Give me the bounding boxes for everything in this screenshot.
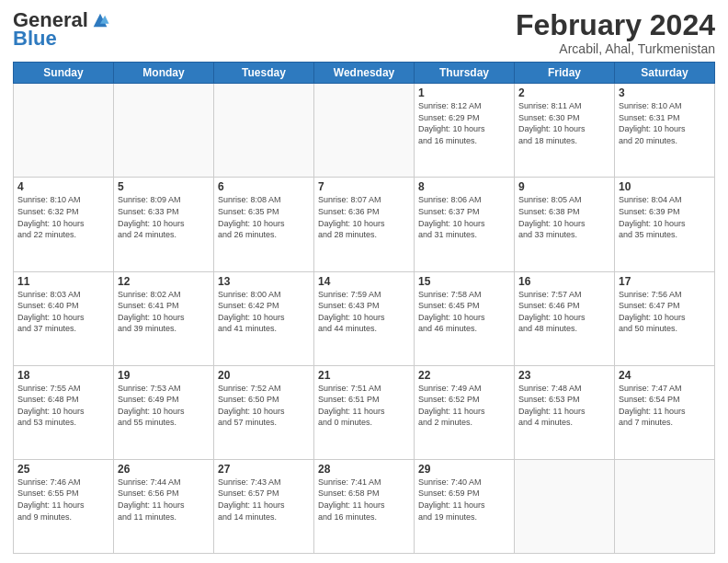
calendar-cell: 3Sunrise: 8:10 AM Sunset: 6:31 PM Daylig… (615, 84, 715, 178)
calendar-cell (314, 84, 415, 178)
calendar-cell: 17Sunrise: 7:56 AM Sunset: 6:47 PM Dayli… (615, 271, 715, 365)
day-number: 3 (619, 86, 711, 99)
day-number: 21 (318, 369, 410, 382)
calendar-week-2: 11Sunrise: 8:03 AM Sunset: 6:40 PM Dayli… (14, 271, 715, 365)
calendar-cell: 26Sunrise: 7:44 AM Sunset: 6:56 PM Dayli… (114, 459, 214, 553)
day-info: Sunrise: 7:48 AM Sunset: 6:53 PM Dayligh… (518, 383, 610, 429)
calendar-cell (114, 84, 214, 178)
logo: General Blue (13, 9, 110, 50)
day-number: 16 (518, 275, 610, 288)
day-number: 15 (418, 275, 510, 288)
day-info: Sunrise: 8:05 AM Sunset: 6:38 PM Dayligh… (518, 194, 610, 240)
calendar-cell: 15Sunrise: 7:58 AM Sunset: 6:45 PM Dayli… (415, 271, 515, 365)
calendar-cell: 4Sunrise: 8:10 AM Sunset: 6:32 PM Daylig… (14, 178, 114, 271)
day-info: Sunrise: 8:06 AM Sunset: 6:37 PM Dayligh… (418, 194, 510, 240)
day-info: Sunrise: 7:52 AM Sunset: 6:50 PM Dayligh… (218, 383, 310, 429)
calendar-cell: 8Sunrise: 8:06 AM Sunset: 6:37 PM Daylig… (415, 178, 515, 271)
day-info: Sunrise: 7:55 AM Sunset: 6:48 PM Dayligh… (17, 383, 109, 429)
calendar-cell (14, 84, 114, 178)
calendar-cell: 12Sunrise: 8:02 AM Sunset: 6:41 PM Dayli… (114, 271, 214, 365)
day-info: Sunrise: 8:08 AM Sunset: 6:35 PM Dayligh… (218, 194, 310, 240)
calendar-header-saturday: Saturday (615, 63, 715, 84)
day-number: 29 (418, 463, 510, 476)
day-info: Sunrise: 8:09 AM Sunset: 6:33 PM Dayligh… (118, 194, 210, 240)
day-number: 20 (218, 369, 310, 382)
day-number: 14 (318, 275, 410, 288)
calendar-cell: 28Sunrise: 7:41 AM Sunset: 6:58 PM Dayli… (314, 459, 415, 553)
calendar-cell: 25Sunrise: 7:46 AM Sunset: 6:55 PM Dayli… (14, 459, 114, 553)
calendar-cell: 6Sunrise: 8:08 AM Sunset: 6:35 PM Daylig… (214, 178, 314, 271)
calendar-cell: 11Sunrise: 8:03 AM Sunset: 6:40 PM Dayli… (14, 271, 114, 365)
day-info: Sunrise: 8:00 AM Sunset: 6:42 PM Dayligh… (218, 289, 310, 335)
day-number: 12 (118, 275, 210, 288)
calendar-cell: 20Sunrise: 7:52 AM Sunset: 6:50 PM Dayli… (214, 365, 314, 459)
day-info: Sunrise: 8:04 AM Sunset: 6:39 PM Dayligh… (619, 194, 711, 240)
day-number: 2 (518, 86, 610, 99)
calendar-header-row: SundayMondayTuesdayWednesdayThursdayFrid… (14, 63, 715, 84)
header: General Blue February 2024 Arcabil, Ahal… (13, 9, 715, 56)
calendar-cell: 9Sunrise: 8:05 AM Sunset: 6:38 PM Daylig… (515, 178, 615, 271)
day-info: Sunrise: 7:57 AM Sunset: 6:46 PM Dayligh… (518, 289, 610, 335)
calendar-cell: 23Sunrise: 7:48 AM Sunset: 6:53 PM Dayli… (515, 365, 615, 459)
day-info: Sunrise: 8:10 AM Sunset: 6:31 PM Dayligh… (619, 100, 711, 146)
day-number: 23 (518, 369, 610, 382)
calendar-header-friday: Friday (515, 63, 615, 84)
day-number: 1 (418, 86, 510, 99)
day-info: Sunrise: 7:53 AM Sunset: 6:49 PM Dayligh… (118, 383, 210, 429)
calendar-cell: 16Sunrise: 7:57 AM Sunset: 6:46 PM Dayli… (515, 271, 615, 365)
calendar-cell (515, 459, 615, 553)
page: General Blue February 2024 Arcabil, Ahal… (0, 0, 728, 563)
header-right: February 2024 Arcabil, Ahal, Turkmenista… (516, 9, 715, 56)
day-info: Sunrise: 7:58 AM Sunset: 6:45 PM Dayligh… (418, 289, 510, 335)
day-number: 10 (619, 180, 711, 193)
day-info: Sunrise: 7:51 AM Sunset: 6:51 PM Dayligh… (318, 383, 410, 429)
day-info: Sunrise: 8:10 AM Sunset: 6:32 PM Dayligh… (17, 194, 109, 240)
calendar-cell (615, 459, 715, 553)
calendar-header-tuesday: Tuesday (214, 63, 314, 84)
day-number: 11 (17, 275, 109, 288)
day-number: 25 (17, 463, 109, 476)
day-info: Sunrise: 8:03 AM Sunset: 6:40 PM Dayligh… (17, 289, 109, 335)
calendar-week-1: 4Sunrise: 8:10 AM Sunset: 6:32 PM Daylig… (14, 178, 715, 271)
calendar-cell: 7Sunrise: 8:07 AM Sunset: 6:36 PM Daylig… (314, 178, 415, 271)
day-info: Sunrise: 7:47 AM Sunset: 6:54 PM Dayligh… (619, 383, 711, 429)
calendar-cell (214, 84, 314, 178)
calendar-cell: 5Sunrise: 8:09 AM Sunset: 6:33 PM Daylig… (114, 178, 214, 271)
calendar-subtitle: Arcabil, Ahal, Turkmenistan (516, 41, 715, 56)
day-number: 7 (318, 180, 410, 193)
day-info: Sunrise: 7:56 AM Sunset: 6:47 PM Dayligh… (619, 289, 711, 335)
calendar-cell: 21Sunrise: 7:51 AM Sunset: 6:51 PM Dayli… (314, 365, 415, 459)
calendar-title: February 2024 (516, 9, 715, 41)
calendar-week-0: 1Sunrise: 8:12 AM Sunset: 6:29 PM Daylig… (14, 84, 715, 178)
calendar-cell: 10Sunrise: 8:04 AM Sunset: 6:39 PM Dayli… (615, 178, 715, 271)
day-number: 27 (218, 463, 310, 476)
calendar-header-monday: Monday (114, 63, 214, 84)
day-number: 18 (17, 369, 109, 382)
calendar-week-3: 18Sunrise: 7:55 AM Sunset: 6:48 PM Dayli… (14, 365, 715, 459)
calendar-cell: 19Sunrise: 7:53 AM Sunset: 6:49 PM Dayli… (114, 365, 214, 459)
calendar-cell: 24Sunrise: 7:47 AM Sunset: 6:54 PM Dayli… (615, 365, 715, 459)
day-info: Sunrise: 7:44 AM Sunset: 6:56 PM Dayligh… (118, 477, 210, 523)
day-info: Sunrise: 7:43 AM Sunset: 6:57 PM Dayligh… (218, 477, 310, 523)
calendar-week-4: 25Sunrise: 7:46 AM Sunset: 6:55 PM Dayli… (14, 459, 715, 553)
calendar-table: SundayMondayTuesdayWednesdayThursdayFrid… (13, 62, 715, 554)
calendar-cell: 14Sunrise: 7:59 AM Sunset: 6:43 PM Dayli… (314, 271, 415, 365)
day-number: 9 (518, 180, 610, 193)
day-info: Sunrise: 8:12 AM Sunset: 6:29 PM Dayligh… (418, 100, 510, 146)
calendar-header-sunday: Sunday (14, 63, 114, 84)
day-number: 22 (418, 369, 510, 382)
calendar-header-thursday: Thursday (415, 63, 515, 84)
day-info: Sunrise: 8:07 AM Sunset: 6:36 PM Dayligh… (318, 194, 410, 240)
calendar-cell: 29Sunrise: 7:40 AM Sunset: 6:59 PM Dayli… (415, 459, 515, 553)
day-info: Sunrise: 7:41 AM Sunset: 6:58 PM Dayligh… (318, 477, 410, 523)
day-number: 13 (218, 275, 310, 288)
day-number: 19 (118, 369, 210, 382)
day-number: 6 (218, 180, 310, 193)
day-number: 28 (318, 463, 410, 476)
calendar-cell: 22Sunrise: 7:49 AM Sunset: 6:52 PM Dayli… (415, 365, 515, 459)
day-info: Sunrise: 8:02 AM Sunset: 6:41 PM Dayligh… (118, 289, 210, 335)
day-info: Sunrise: 8:11 AM Sunset: 6:30 PM Dayligh… (518, 100, 610, 146)
day-info: Sunrise: 7:46 AM Sunset: 6:55 PM Dayligh… (17, 477, 109, 523)
day-number: 17 (619, 275, 711, 288)
day-info: Sunrise: 7:40 AM Sunset: 6:59 PM Dayligh… (418, 477, 510, 523)
